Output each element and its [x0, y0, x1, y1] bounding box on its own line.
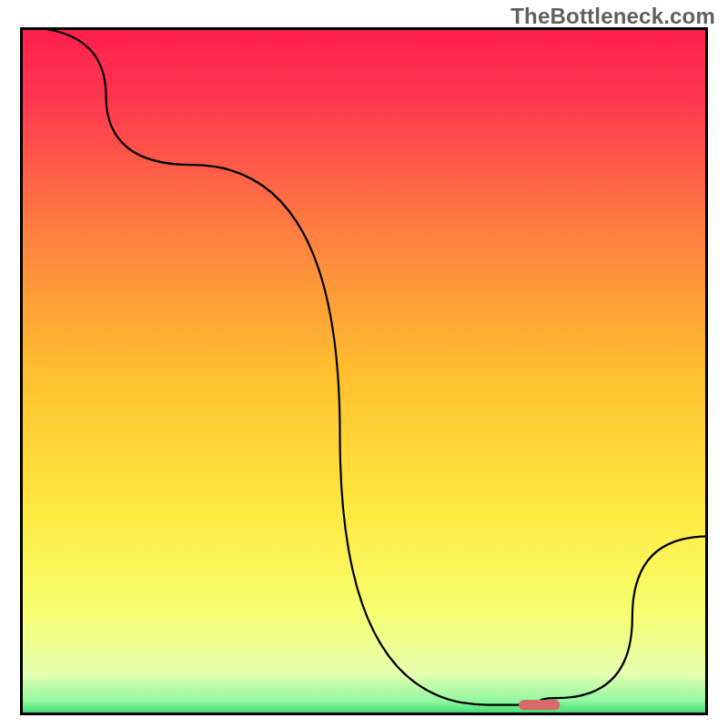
plot-area	[20, 27, 708, 715]
watermark-text: TheBottleneck.com	[511, 4, 715, 29]
chart-svg	[20, 27, 708, 715]
chart-container: TheBottleneck.com	[0, 0, 728, 728]
marker-pill	[519, 700, 560, 710]
gradient-background	[20, 27, 708, 715]
